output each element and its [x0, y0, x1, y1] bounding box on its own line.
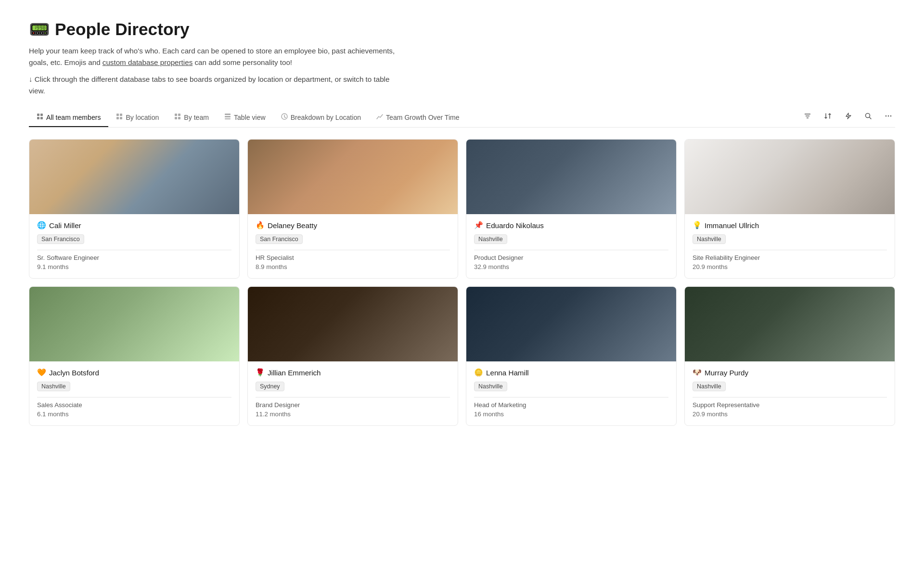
- person-card-immanuel[interactable]: 💡 Immanuel Ullrich Nashville Site Reliab…: [684, 139, 895, 279]
- tab-breakdown-location[interactable]: Breakdown by Location: [273, 108, 369, 127]
- person-name-eduardo: 📌 Eduardo Nikolaus: [474, 221, 668, 230]
- person-card-jaclyn[interactable]: 🧡 Jaclyn Botsford Nashville Sales Associ…: [29, 286, 240, 426]
- person-role-lenna: Head of Marketing: [474, 401, 668, 409]
- card-divider-murray: [693, 397, 887, 397]
- tabs-list: All team members By location By team Tab…: [29, 108, 801, 127]
- tab-breakdown-icon: [281, 113, 288, 121]
- tab-all-label: All team members: [46, 114, 101, 121]
- person-info-jillian: 🌹 Jillian Emmerich Sydney Brand Designer…: [248, 361, 458, 425]
- person-photo-delaney: [248, 140, 458, 214]
- person-name-jillian: 🌹 Jillian Emmerich: [256, 368, 450, 377]
- tab-all-team-members[interactable]: All team members: [29, 108, 108, 127]
- person-location-tag-immanuel: Nashville: [693, 234, 887, 247]
- page-description: Help your team keep track of who's who. …: [29, 45, 404, 69]
- person-photo-jaclyn: [29, 287, 239, 361]
- person-tenure-immanuel: 20.9 months: [693, 263, 887, 270]
- svg-rect-0: [37, 114, 39, 116]
- photo-placeholder-jillian: [248, 287, 458, 361]
- person-name-text-lenna: Lenna Hamill: [486, 369, 529, 377]
- svg-rect-3: [40, 117, 43, 119]
- sort-button[interactable]: [821, 109, 834, 123]
- filter-button[interactable]: [801, 109, 814, 123]
- photo-placeholder-jaclyn: [29, 287, 239, 361]
- tab-table-icon: [224, 113, 231, 121]
- svg-rect-14: [225, 118, 231, 119]
- location-badge-jillian: Sydney: [256, 382, 284, 391]
- title-text: People Directory: [55, 20, 190, 39]
- more-button[interactable]: [882, 109, 895, 123]
- page-container: 📟 People Directory Help your team keep t…: [29, 19, 895, 426]
- person-photo-lenna: [466, 287, 676, 361]
- location-badge-lenna: Nashville: [474, 382, 507, 391]
- photo-placeholder-eduardo: [466, 140, 676, 214]
- tab-by-team[interactable]: By team: [167, 108, 217, 127]
- toolbar-icons: [801, 109, 895, 127]
- tab-team-growth[interactable]: Team Growth Over Time: [369, 108, 467, 127]
- tab-table-label: Table view: [234, 114, 266, 121]
- card-divider-eduardo: [474, 250, 668, 250]
- person-name-murray: 🐶 Murray Purdy: [693, 368, 887, 377]
- person-location-tag-murray: Nashville: [693, 382, 887, 394]
- person-info-eduardo: 📌 Eduardo Nikolaus Nashville Product Des…: [466, 214, 676, 278]
- person-location-tag-cali: San Francisco: [37, 234, 231, 247]
- person-card-murray[interactable]: 🐶 Murray Purdy Nashville Support Represe…: [684, 286, 895, 426]
- person-card-jillian[interactable]: 🌹 Jillian Emmerich Sydney Brand Designer…: [247, 286, 458, 426]
- person-name-jaclyn: 🧡 Jaclyn Botsford: [37, 368, 231, 377]
- card-divider-lenna: [474, 397, 668, 397]
- person-role-cali: Sr. Software Engineer: [37, 254, 231, 261]
- person-info-immanuel: 💡 Immanuel Ullrich Nashville Site Reliab…: [685, 214, 895, 278]
- svg-rect-5: [120, 114, 122, 116]
- location-badge-immanuel: Nashville: [693, 234, 726, 244]
- person-tenure-eduardo: 32.9 months: [474, 263, 668, 270]
- tab-table-view[interactable]: Table view: [217, 108, 273, 127]
- svg-rect-4: [116, 114, 119, 116]
- photo-placeholder-delaney: [248, 140, 458, 214]
- person-location-tag-eduardo: Nashville: [474, 234, 668, 247]
- person-info-murray: 🐶 Murray Purdy Nashville Support Represe…: [685, 361, 895, 425]
- svg-rect-8: [175, 114, 177, 116]
- svg-rect-11: [178, 117, 180, 119]
- person-card-delaney[interactable]: 🔥 Delaney Beatty San Francisco HR Specia…: [247, 139, 458, 279]
- person-tenure-delaney: 8.9 months: [256, 263, 450, 270]
- person-name-cali: 🌐 Cali Miller: [37, 221, 231, 230]
- person-name-delaney: 🔥 Delaney Beatty: [256, 221, 450, 230]
- search-button[interactable]: [861, 109, 875, 123]
- svg-rect-10: [175, 117, 177, 119]
- person-location-tag-delaney: San Francisco: [256, 234, 450, 247]
- lightning-button[interactable]: [841, 109, 855, 123]
- person-tenure-cali: 9.1 months: [37, 263, 231, 270]
- photo-placeholder-murray: [685, 287, 895, 361]
- person-info-jaclyn: 🧡 Jaclyn Botsford Nashville Sales Associ…: [29, 361, 239, 425]
- person-info-delaney: 🔥 Delaney Beatty San Francisco HR Specia…: [248, 214, 458, 278]
- tab-by-location[interactable]: By location: [108, 108, 167, 127]
- person-role-delaney: HR Specialist: [256, 254, 450, 261]
- location-badge-delaney: San Francisco: [256, 234, 303, 244]
- tab-growth-label: Team Growth Over Time: [386, 114, 460, 121]
- person-card-cali[interactable]: 🌐 Cali Miller San Francisco Sr. Software…: [29, 139, 240, 279]
- person-card-lenna[interactable]: 🪙 Lenna Hamill Nashville Head of Marketi…: [466, 286, 677, 426]
- person-name-text-cali: Cali Miller: [49, 221, 81, 230]
- person-role-jaclyn: Sales Associate: [37, 401, 231, 409]
- person-emoji-jillian: 🌹: [256, 368, 265, 377]
- svg-rect-1: [40, 114, 43, 116]
- person-card-eduardo[interactable]: 📌 Eduardo Nikolaus Nashville Product Des…: [466, 139, 677, 279]
- person-tenure-jaclyn: 6.1 months: [37, 410, 231, 418]
- person-emoji-jaclyn: 🧡: [37, 368, 46, 377]
- svg-rect-9: [178, 114, 180, 116]
- svg-rect-2: [37, 117, 39, 119]
- svg-line-20: [870, 117, 872, 119]
- person-tenure-jillian: 11.2 months: [256, 410, 450, 418]
- tabs-bar: All team members By location By team Tab…: [29, 108, 895, 128]
- photo-placeholder-lenna: [466, 287, 676, 361]
- tab-breakdown-label: Breakdown by Location: [291, 114, 361, 121]
- svg-rect-7: [120, 117, 122, 119]
- person-name-text-delaney: Delaney Beatty: [268, 221, 317, 230]
- tab-by-team-label: By team: [184, 114, 209, 121]
- person-tenure-lenna: 16 months: [474, 410, 668, 418]
- person-name-lenna: 🪙 Lenna Hamill: [474, 368, 668, 377]
- person-location-tag-jaclyn: Nashville: [37, 382, 231, 394]
- custom-properties-link[interactable]: custom database properties: [103, 58, 192, 66]
- page-hint: ↓ Click through the different database t…: [29, 74, 404, 97]
- person-emoji-eduardo: 📌: [474, 221, 483, 230]
- tab-all-icon: [37, 113, 43, 121]
